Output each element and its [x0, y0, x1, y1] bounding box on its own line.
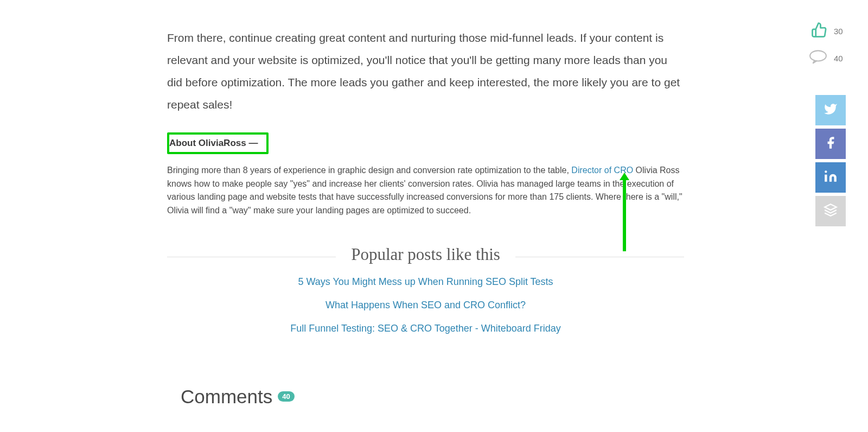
- author-bio: Bringing more than 8 years of experience…: [167, 164, 684, 218]
- share-twitter-button[interactable]: [815, 95, 846, 125]
- popular-link[interactable]: What Happens When SEO and CRO Conflict?: [167, 300, 684, 311]
- svg-point-0: [810, 50, 826, 61]
- buffer-icon: [824, 203, 838, 219]
- likes-stat[interactable]: 30: [811, 22, 846, 40]
- about-author-heading: About OliviaRoss —: [167, 132, 269, 154]
- author-section: About OliviaRoss — Bringing more than 8 …: [167, 132, 684, 218]
- comments-count-badge: 40: [278, 391, 294, 402]
- article-closing-paragraph: From there, continue creating great cont…: [167, 27, 684, 116]
- sidebar-comments-count: 40: [834, 54, 846, 63]
- popular-posts-heading: Popular posts like this: [336, 245, 515, 264]
- popular-links-list: 5 Ways You Might Mess up When Running SE…: [167, 276, 684, 334]
- bio-text-before: Bringing more than 8 years of experience…: [167, 166, 571, 175]
- comments-heading-text: Comments: [181, 386, 272, 408]
- facebook-icon: [824, 136, 838, 152]
- right-sidebar: 30 40: [809, 22, 846, 226]
- director-of-cro-link[interactable]: Director of CRO: [571, 166, 633, 175]
- popular-posts-section: Popular posts like this 5 Ways You Might…: [167, 245, 684, 334]
- share-facebook-button[interactable]: [815, 129, 846, 159]
- comments-stat[interactable]: 40: [809, 50, 846, 66]
- thumbs-up-icon: [811, 22, 827, 40]
- likes-count: 30: [834, 27, 846, 36]
- linkedin-icon: [824, 169, 838, 186]
- share-linkedin-button[interactable]: [815, 162, 846, 193]
- twitter-icon: [824, 102, 838, 118]
- share-buffer-button[interactable]: [815, 196, 846, 226]
- share-buttons: [815, 95, 846, 226]
- article-content: From there, continue creating great cont…: [167, 0, 684, 408]
- popular-link[interactable]: Full Funnel Testing: SEO & CRO Together …: [167, 323, 684, 334]
- comments-heading: Comments 40: [181, 386, 684, 408]
- popular-link[interactable]: 5 Ways You Might Mess up When Running SE…: [167, 276, 684, 288]
- speech-bubble-icon: [809, 50, 827, 66]
